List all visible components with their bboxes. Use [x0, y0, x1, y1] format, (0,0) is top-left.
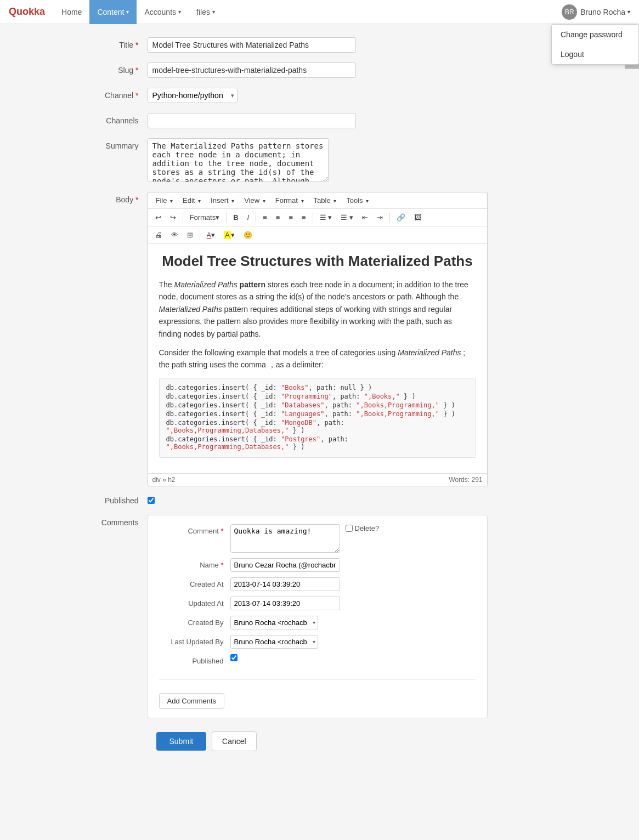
- comment-published-checkbox[interactable]: [230, 654, 237, 661]
- comment-last-updated-by-label: Last Updated By: [159, 635, 230, 646]
- editor-menubar: File ▾ Edit ▾ Insert ▾ View ▾ Format ▾ T…: [148, 192, 487, 209]
- comments-section: Comment Quokka is amazing! Delete? Name …: [148, 515, 488, 718]
- channel-select-wrapper: Python-home/python: [148, 88, 237, 103]
- summary-textarea[interactable]: The Materialized Paths pattern stores ea…: [148, 138, 329, 182]
- delete-check-row: Delete?: [346, 524, 380, 532]
- redo-button[interactable]: ↪: [166, 211, 180, 224]
- editor-toolbar-2: 🖨 👁 ⊞ A ▾ A ▾ 🙂: [148, 226, 487, 244]
- code-line-2: db.categories.insert( { _id: "Programmin…: [166, 393, 469, 400]
- menu-table[interactable]: Table ▾: [309, 195, 341, 206]
- toolbar-separator-5: [389, 212, 390, 223]
- editor-content-area[interactable]: Model Tree Structures with Materialized …: [148, 244, 487, 473]
- image-button[interactable]: 🖼: [410, 211, 425, 224]
- published-label: Published: [82, 496, 148, 505]
- toolbar-separator-2: [226, 212, 227, 223]
- menu-format[interactable]: Format ▾: [271, 195, 308, 206]
- add-comments-button[interactable]: Add Comments: [159, 693, 225, 709]
- font-color-button[interactable]: A ▾: [203, 229, 219, 241]
- bullet-list-button[interactable]: ☰ ▾: [316, 211, 336, 224]
- formats-button[interactable]: Formats ▾: [186, 211, 224, 224]
- toolbar-separator-6: [200, 230, 200, 241]
- comment-published-row: Published: [159, 654, 476, 665]
- align-justify-button[interactable]: ≡: [298, 211, 310, 224]
- code-line-3: db.categories.insert( { _id: "Databases"…: [166, 401, 469, 409]
- files-arrow-icon: ▾: [212, 9, 215, 15]
- title-row: Title: [82, 37, 558, 53]
- channels-label: Channels: [82, 113, 148, 125]
- comment-block: Comment Quokka is amazing! Delete? Name …: [159, 524, 476, 680]
- summary-row: Summary The Materialized Paths pattern s…: [82, 138, 558, 182]
- editor-footer: div » h2 Words: 291: [148, 473, 487, 486]
- navbar: Quokka Home Content ▾ Accounts ▾ files ▾…: [0, 0, 639, 24]
- insert-arrow-icon: ▾: [231, 198, 234, 204]
- title-input[interactable]: [148, 37, 356, 53]
- logout-item[interactable]: Logout: [552, 44, 638, 64]
- menu-view[interactable]: View ▾: [240, 195, 270, 206]
- comment-text-row: Comment Quokka is amazing! Delete?: [159, 524, 476, 553]
- brand-name: Quokka: [9, 6, 45, 17]
- delete-checkbox[interactable]: [346, 525, 353, 532]
- comments-row: Comments Comment Quokka is amazing! Dele…: [82, 515, 558, 718]
- comment-created-at-input[interactable]: [230, 577, 340, 591]
- file-arrow-icon: ▾: [170, 198, 173, 204]
- preview-button[interactable]: 👁: [167, 229, 182, 241]
- user-arrow-icon: ▾: [627, 9, 630, 15]
- comment-updated-at-input[interactable]: [230, 597, 340, 610]
- title-label: Title: [82, 37, 148, 49]
- emoji-button[interactable]: 🙂: [240, 229, 256, 241]
- nav-item-home[interactable]: Home: [54, 0, 89, 24]
- menu-edit[interactable]: Edit ▾: [178, 195, 205, 206]
- comment-created-by-label: Created By: [159, 616, 230, 627]
- main-content: Title Slug Channel Python-home/python Ch…: [73, 24, 567, 764]
- fullscreen-button[interactable]: ⊞: [183, 229, 197, 241]
- word-count: Words: 291: [449, 476, 482, 484]
- channel-select[interactable]: Python-home/python: [148, 88, 237, 103]
- undo-button[interactable]: ↩: [151, 211, 165, 224]
- published-row: Published: [82, 496, 558, 505]
- comments-label: Comments: [82, 515, 148, 527]
- comment-created-by-select[interactable]: Bruno Rocha <rochacbr...: [230, 616, 318, 629]
- outdent-button[interactable]: ⇤: [358, 211, 372, 224]
- brand-logo[interactable]: Quokka: [9, 6, 45, 18]
- editor-breadcrumb: div » h2: [152, 476, 176, 484]
- content-heading: Model Tree Structures with Materialized …: [159, 253, 476, 270]
- bold-button[interactable]: B: [229, 211, 242, 224]
- print-button[interactable]: 🖨: [151, 229, 166, 241]
- menu-tools[interactable]: Tools ▾: [342, 195, 373, 206]
- comment-name-input[interactable]: [230, 558, 340, 572]
- channels-row: Channels: [82, 113, 558, 128]
- change-password-item[interactable]: Change password: [552, 25, 638, 44]
- nav-items: Home Content ▾ Accounts ▾ files ▾: [54, 0, 562, 24]
- formats-arrow-icon: ▾: [216, 213, 219, 222]
- channels-input[interactable]: [148, 113, 356, 128]
- editor-toolbar-1: ↩ ↪ Formats ▾ B I ≡ ≡ ≡ ≡ ☰ ▾ ☰ ▾ ⇤ ⇥ 🔗 …: [148, 209, 487, 226]
- code-line-1: db.categories.insert( { _id: "Books", pa…: [166, 384, 469, 391]
- nav-item-files[interactable]: files ▾: [189, 0, 223, 24]
- submit-button[interactable]: Submit: [156, 732, 207, 751]
- menu-file[interactable]: File ▾: [151, 195, 178, 206]
- comment-last-updated-by-select[interactable]: Bruno Rocha <rochacbr...: [230, 635, 318, 649]
- nav-item-content[interactable]: Content ▾: [89, 0, 137, 24]
- slug-row: Slug: [82, 63, 558, 78]
- numbered-list-button[interactable]: ☰ ▾: [337, 211, 357, 224]
- link-button[interactable]: 🔗: [393, 211, 409, 224]
- italic-button[interactable]: I: [244, 211, 253, 224]
- cancel-button[interactable]: Cancel: [212, 731, 257, 751]
- user-menu[interactable]: BR Bruno Rocha ▾: [562, 4, 630, 20]
- content-arrow-icon: ▾: [126, 9, 129, 15]
- nav-item-accounts[interactable]: Accounts ▾: [137, 0, 189, 24]
- align-right-button[interactable]: ≡: [285, 211, 297, 224]
- avatar: BR: [562, 4, 577, 20]
- comment-created-by-row: Created By Bruno Rocha <rochacbr...: [159, 616, 476, 629]
- bg-color-button[interactable]: A ▾: [220, 229, 239, 241]
- align-center-button[interactable]: ≡: [272, 211, 284, 224]
- indent-button[interactable]: ⇥: [373, 211, 387, 224]
- comment-text-input[interactable]: Quokka is amazing!: [230, 524, 340, 553]
- user-name: Bruno Rocha: [580, 8, 625, 16]
- menu-insert[interactable]: Insert ▾: [206, 195, 239, 206]
- align-left-button[interactable]: ≡: [259, 211, 271, 224]
- comment-published-label: Published: [159, 654, 230, 665]
- table-arrow-icon: ▾: [333, 198, 336, 204]
- slug-input[interactable]: [148, 63, 356, 78]
- published-checkbox[interactable]: [148, 497, 155, 504]
